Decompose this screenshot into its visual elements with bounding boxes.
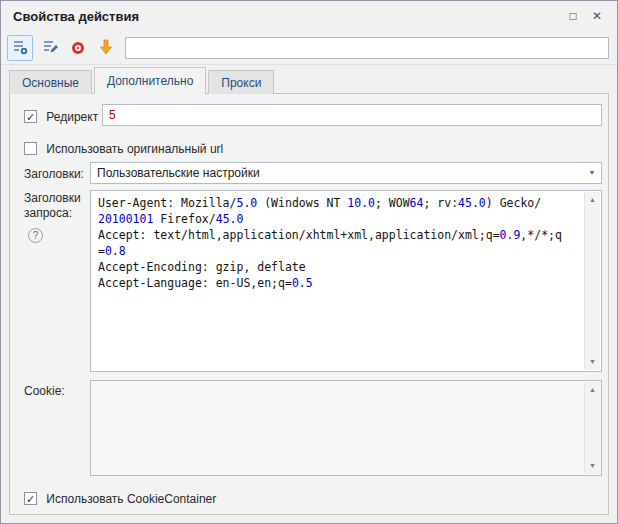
scroll-down-icon[interactable]: ▼ <box>585 354 600 370</box>
scroll-up-icon[interactable]: ▲ <box>585 192 600 208</box>
tab-advanced[interactable]: Дополнительно <box>94 67 206 94</box>
record-icon <box>72 42 84 54</box>
tab-basic[interactable]: Основные <box>9 70 92 94</box>
scroll-down-icon[interactable]: ▼ <box>585 458 600 474</box>
use-original-url-label: Использовать оригинальный url <box>46 142 223 156</box>
tab-proxy[interactable]: Прокси <box>208 70 274 94</box>
chevron-down-icon: ▼ <box>583 163 601 183</box>
scroll-up-icon[interactable]: ▲ <box>585 382 600 398</box>
request-headers-text: User-Agent: Mozilla/5.0 (Windows NT 10.0… <box>92 192 583 370</box>
cookie-textarea[interactable]: ▲ ▼ <box>90 380 602 476</box>
headers-combobox[interactable]: Пользовательские настройки ▼ <box>90 162 602 184</box>
title-bar: Свойства действия □ ✕ <box>1 1 617 31</box>
advanced-tab-panel: ✓ Редирект Использовать оригинальный url… <box>9 93 609 515</box>
cookie-text <box>92 382 583 474</box>
edit-script-icon <box>41 38 59 59</box>
download-arrow-button[interactable] <box>93 35 119 61</box>
edit-properties-button[interactable] <box>7 35 33 61</box>
use-original-url-checkbox[interactable] <box>24 142 37 155</box>
close-button[interactable]: ✕ <box>587 7 607 25</box>
redirect-count-input[interactable] <box>102 104 602 126</box>
cookie-scrollbar[interactable]: ▲ ▼ <box>584 382 600 474</box>
help-icon[interactable]: ? <box>28 228 43 243</box>
request-headers-scrollbar[interactable]: ▲ ▼ <box>584 192 600 370</box>
cookie-label: Cookie: <box>24 384 65 398</box>
redirect-row: ✓ Редирект <box>24 109 98 124</box>
headers-label: Заголовки: <box>24 167 84 181</box>
toolbar-input[interactable] <box>125 37 609 59</box>
edit-properties-icon <box>11 38 29 59</box>
redirect-label: Редирект <box>46 110 98 124</box>
headers-selected-option: Пользовательские настройки <box>97 163 260 183</box>
record-button[interactable] <box>65 35 91 61</box>
request-headers-label: Заголовки запроса: <box>24 191 86 221</box>
use-cookie-container-checkbox[interactable]: ✓ <box>24 492 37 505</box>
window-title: Свойства действия <box>13 9 139 24</box>
download-arrow-icon <box>97 38 115 59</box>
redirect-checkbox[interactable]: ✓ <box>24 110 37 123</box>
action-properties-window: Свойства действия □ ✕ <box>0 0 618 524</box>
toolbar <box>1 31 617 65</box>
maximize-button[interactable]: □ <box>563 7 583 25</box>
request-headers-textarea[interactable]: User-Agent: Mozilla/5.0 (Windows NT 10.0… <box>90 190 602 372</box>
use-original-url-row: Использовать оригинальный url <box>24 141 223 156</box>
edit-script-button[interactable] <box>37 35 63 61</box>
use-cookie-container-row: ✓ Использовать CookieContainer <box>24 491 216 506</box>
use-cookie-container-label: Использовать CookieContainer <box>46 492 216 506</box>
tab-strip: Основные Дополнительно Прокси <box>9 67 276 94</box>
